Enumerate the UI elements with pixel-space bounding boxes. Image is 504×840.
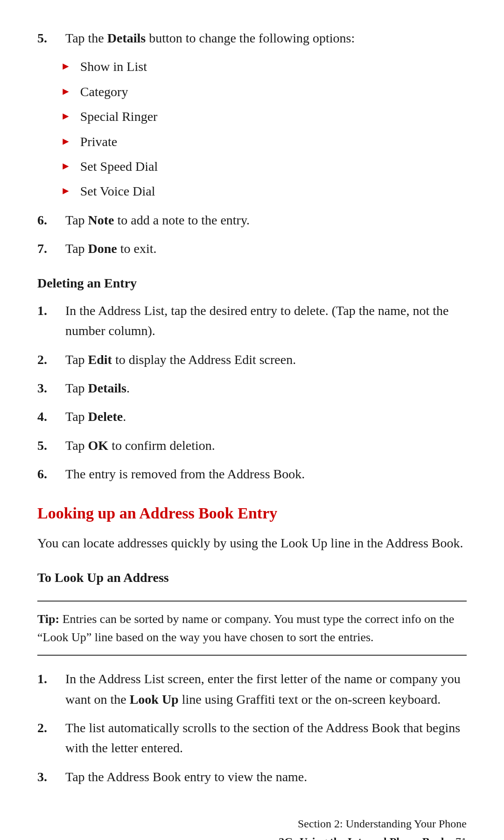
step-6-text: Tap Note to add a note to the entry.: [65, 210, 467, 230]
done-bold: Done: [88, 241, 117, 256]
page-number: 71: [455, 835, 467, 840]
delete-step-5: 5. Tap OK to confirm deletion.: [37, 435, 467, 455]
step-5: 5. Tap the Details button to change the …: [37, 28, 467, 48]
bullet-label-6: Set Voice Dial: [80, 181, 467, 201]
lookup-step-2-text: The list automatically scrolls to the se…: [65, 718, 467, 758]
bullet-private: ► Private: [51, 132, 467, 152]
to-look-up-heading: To Look Up an Address: [37, 567, 467, 588]
lookup-step-3: 3. Tap the Address Book entry to view th…: [37, 767, 467, 787]
arrow-icon-2: ►: [61, 84, 71, 99]
lookup-step-1-num: 1.: [37, 669, 65, 689]
arrow-icon-5: ►: [61, 158, 71, 174]
tip-text: Entries can be sorted by name or company…: [37, 612, 454, 644]
looking-up-paragraph: You can locate addresses quickly by usin…: [37, 533, 467, 553]
note-bold: Note: [88, 213, 114, 227]
step-6-num: 6.: [37, 210, 65, 230]
delete-step-6-text: The entry is removed from the Address Bo…: [65, 464, 467, 484]
step-5-text: Tap the Details button to change the fol…: [65, 28, 467, 48]
delete-step-2: 2. Tap Edit to display the Address Edit …: [37, 350, 467, 370]
delete-step-2-num: 2.: [37, 350, 65, 370]
bullet-label-2: Category: [80, 82, 467, 102]
lookup-step-1: 1. In the Address List screen, enter the…: [37, 669, 467, 709]
delete-step-3: 3. Tap Details.: [37, 378, 467, 398]
delete-bold: Delete: [88, 409, 123, 424]
arrow-icon-1: ►: [61, 58, 71, 74]
step-7: 7. Tap Done to exit.: [37, 238, 467, 259]
bullet-category: ► Category: [51, 82, 467, 102]
arrow-icon-4: ►: [61, 133, 71, 149]
delete-step-4: 4. Tap Delete.: [37, 406, 467, 427]
delete-step-4-num: 4.: [37, 406, 65, 427]
footer-bold-text: 2G: Using the Internal Phone Book: [279, 835, 447, 840]
lookup-step-1-text: In the Address List screen, enter the fi…: [65, 669, 467, 709]
details-bold: Details: [107, 31, 146, 45]
arrow-icon-3: ►: [61, 108, 71, 124]
delete-step-1-text: In the Address List, tap the desired ent…: [65, 301, 467, 341]
looking-up-heading: Looking up an Address Book Entry: [37, 501, 467, 526]
bullet-label-5: Set Speed Dial: [80, 156, 467, 176]
deleting-heading: Deleting an Entry: [37, 273, 467, 293]
delete-step-1: 1. In the Address List, tap the desired …: [37, 301, 467, 341]
tip-label: Tip:: [37, 612, 59, 626]
bullet-special-ringer: ► Special Ringer: [51, 106, 467, 126]
bullet-show-in-list: ► Show in List: [51, 56, 467, 77]
lookup-step-2: 2. The list automatically scrolls to the…: [37, 718, 467, 758]
ok-bold: OK: [88, 438, 109, 453]
step-7-text: Tap Done to exit.: [65, 238, 467, 259]
lookup-step-3-text: Tap the Address Book entry to view the n…: [65, 767, 467, 787]
bullet-label-3: Special Ringer: [80, 106, 467, 126]
footer-line1: Section 2: Understanding Your Phone: [37, 815, 467, 833]
delete-step-4-text: Tap Delete.: [65, 406, 467, 427]
footer-line2: 2G: Using the Internal Phone Book 71: [37, 833, 467, 840]
delete-step-5-text: Tap OK to confirm deletion.: [65, 435, 467, 455]
step-5-num: 5.: [37, 28, 65, 48]
delete-step-5-num: 5.: [37, 435, 65, 455]
edit-bold: Edit: [88, 352, 112, 367]
bullet-set-speed-dial: ► Set Speed Dial: [51, 156, 467, 176]
delete-step-2-text: Tap Edit to display the Address Edit scr…: [65, 350, 467, 370]
details2-bold: Details: [88, 381, 126, 395]
tip-box: Tip: Entries can be sorted by name or co…: [37, 601, 467, 656]
bullet-set-voice-dial: ► Set Voice Dial: [51, 181, 467, 201]
delete-step-3-num: 3.: [37, 378, 65, 398]
delete-step-6: 6. The entry is removed from the Address…: [37, 464, 467, 484]
options-list: ► Show in List ► Category ► Special Ring…: [37, 56, 467, 201]
lookup-step-3-num: 3.: [37, 767, 65, 787]
delete-step-6-num: 6.: [37, 464, 65, 484]
bullet-label-4: Private: [80, 132, 467, 152]
delete-step-1-num: 1.: [37, 301, 65, 321]
lookup-step-2-num: 2.: [37, 718, 65, 738]
page-footer: Section 2: Understanding Your Phone 2G: …: [37, 815, 467, 840]
bullet-label-1: Show in List: [80, 56, 467, 77]
step-7-num: 7.: [37, 238, 65, 259]
lookup-bold: Look Up: [130, 692, 179, 707]
arrow-icon-6: ►: [61, 183, 71, 199]
step-6: 6. Tap Note to add a note to the entry.: [37, 210, 467, 230]
delete-step-3-text: Tap Details.: [65, 378, 467, 398]
